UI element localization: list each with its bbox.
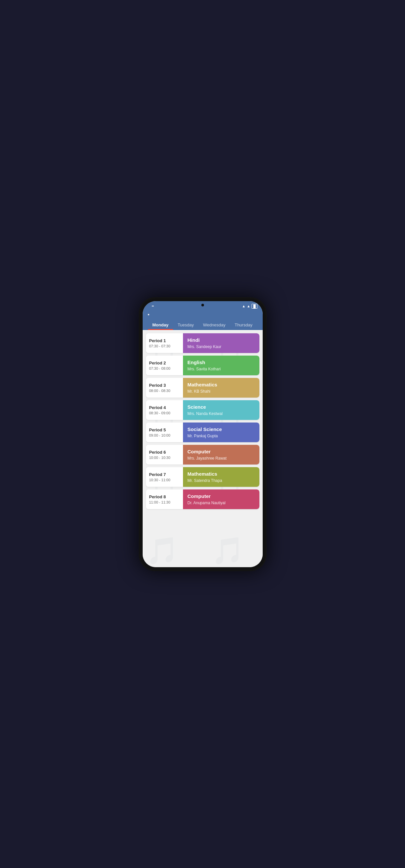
period-time: 11:00 - 11:30 [149,500,177,504]
period-row: Period 308:00 - 08:30MathematicsMr. KB S… [146,378,259,398]
subject-card: HindiMrs. Sandeep Kaur [183,333,259,353]
period-row: Period 710:30 - 11:00MathematicsMr. Sate… [146,467,259,487]
subject-card: ComputerDr. Anupama Nautiyal [183,490,259,509]
signal-icon: ▲ [247,304,251,308]
tab-tuesday[interactable]: Tuesday [173,319,198,330]
period-row: Period 509:00 - 10:00Social ScienceMr. P… [146,423,259,442]
header-row [148,314,257,319]
teacher-name: Dr. Anupama Nautiyal [188,501,255,505]
teacher-name: Mrs. Sandeep Kaur [188,344,255,349]
teacher-name: Mr. Pankaj Gupta [188,434,255,438]
period-name: Period 2 [149,361,177,366]
teacher-name: Mrs. Jayashree Rawat [188,456,255,461]
subject-name: Social Science [188,427,255,432]
subject-card: ComputerMrs. Jayashree Rawat [183,445,259,465]
period-name: Period 1 [149,338,177,343]
period-row: Period 811:00 - 11:30ComputerDr. Anupama… [146,490,259,509]
period-time: 07:30 - 07:30 [149,344,177,348]
content-area[interactable]: Period 107:30 - 07:30HindiMrs. Sandeep K… [143,330,263,567]
teacher-name: Mr. Satendra Thapa [188,478,255,483]
subject-name: Computer [188,449,255,454]
tab-friday[interactable]: Fr... [257,319,257,330]
period-row: Period 408:30 - 09:00ScienceMrs. Nanda K… [146,400,259,420]
subject-name: English [188,360,255,365]
period-info: Period 308:00 - 08:30 [146,378,180,398]
wifi-icon: ▲ [242,304,246,308]
teacher-name: Mrs. Nanda Kestwal [188,411,255,416]
status-icons-right: ▲ ▲ █ [242,304,257,309]
subject-name: Mathematics [188,382,255,388]
subject-card: EnglishMrs. Savita Kothari [183,355,259,375]
subject-name: Computer [188,493,255,499]
camera-notch [201,304,204,306]
phone-screen: ▲ ▲ █ MondayTuesdayWednesdayThursdayFr..… [143,301,263,567]
period-name: Period 7 [149,472,177,477]
period-time: 07:30 - 08:00 [149,366,177,370]
subject-name: Science [188,404,255,410]
subject-card: MathematicsMr. KB Shahi [183,378,259,398]
tab-thursday[interactable]: Thursday [230,319,257,330]
subject-name: Mathematics [188,471,255,477]
period-name: Period 8 [149,494,177,499]
period-name: Period 4 [149,405,177,410]
period-info: Period 610:00 - 10:30 [146,445,180,465]
tabs-row: MondayTuesdayWednesdayThursdayFr... [148,319,257,330]
app-header: MondayTuesdayWednesdayThursdayFr... [143,311,263,330]
phone-frame: ▲ ▲ █ MondayTuesdayWednesdayThursdayFr..… [139,297,267,571]
status-left [148,306,154,306]
period-info: Period 509:00 - 10:00 [146,423,180,442]
period-info: Period 107:30 - 07:30 [146,333,180,353]
subject-card: MathematicsMr. Satendra Thapa [183,467,259,487]
period-info: Period 207:30 - 08:00 [146,355,180,375]
period-name: Period 3 [149,383,177,388]
period-info: Period 408:30 - 09:00 [146,400,180,420]
period-row: Period 610:00 - 10:30ComputerMrs. Jayash… [146,445,259,465]
period-info: Period 710:30 - 11:00 [146,467,180,487]
tab-wednesday[interactable]: Wednesday [198,319,230,330]
teacher-name: Mr. KB Shahi [188,389,255,394]
teacher-name: Mrs. Savita Kothari [188,367,255,371]
period-time: 09:00 - 10:00 [149,433,177,437]
period-info: Period 811:00 - 11:30 [146,490,180,509]
battery-icon: █ [252,304,257,309]
subject-name: Hindi [188,337,255,343]
period-name: Period 5 [149,428,177,432]
square-icon [152,306,154,306]
back-button[interactable] [148,314,149,315]
period-row: Period 207:30 - 08:00EnglishMrs. Savita … [146,355,259,375]
period-time: 08:00 - 08:30 [149,389,177,393]
subject-card: Social ScienceMr. Pankaj Gupta [183,423,259,442]
period-time: 10:00 - 10:30 [149,456,177,460]
period-time: 08:30 - 09:00 [149,411,177,415]
period-time: 10:30 - 11:00 [149,478,177,482]
tab-monday[interactable]: Monday [148,319,173,330]
period-row: Period 107:30 - 07:30HindiMrs. Sandeep K… [146,333,259,353]
subject-card: ScienceMrs. Nanda Kestwal [183,400,259,420]
period-name: Period 6 [149,450,177,455]
